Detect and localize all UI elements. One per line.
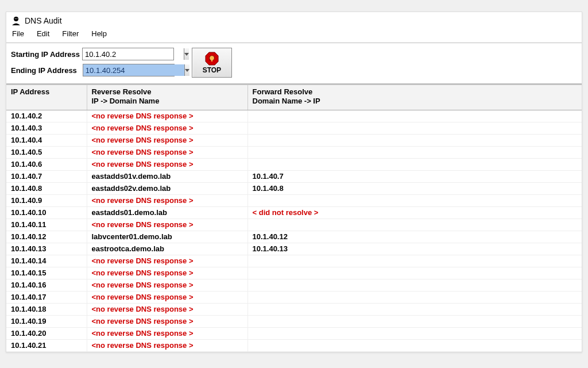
cell-ip: 10.1.40.14 [6,255,87,267]
ending-ip-combo[interactable] [83,64,175,76]
starting-ip-combo[interactable] [82,48,174,60]
cell-forward [247,218,582,231]
col-header-reverse-sub: IP -> Domain Name [92,97,160,105]
starting-ip-label: Starting IP Address [11,50,80,59]
menu-edit[interactable]: Edit [36,28,51,39]
svg-point-0 [14,17,18,21]
table-row[interactable]: 10.1.40.18<no reverse DNS response > [6,303,582,315]
cell-reverse: <no reverse DNS response > [87,291,247,303]
table-row[interactable]: 10.1.40.4<no reverse DNS response > [6,134,582,146]
toolbar: Starting IP Address Ending IP Address [6,43,582,85]
ending-ip-label: Ending IP Address [11,66,77,75]
table-row[interactable]: 10.1.40.2<no reverse DNS response > [6,110,582,122]
cell-reverse: <no reverse DNS response > [87,194,247,206]
table-row[interactable]: 10.1.40.11<no reverse DNS response > [6,218,582,231]
cell-forward [247,303,582,315]
cell-forward [247,339,582,351]
cell-forward [247,279,582,291]
cell-ip: 10.1.40.10 [6,206,87,218]
table-row[interactable]: 10.1.40.15<no reverse DNS response > [6,267,582,279]
cell-reverse: <no reverse DNS response > [87,303,247,315]
table-row[interactable]: 10.1.40.8eastadds02v.demo.lab10.1.40.8 [6,182,582,194]
cell-ip: 10.1.40.9 [6,194,87,206]
cell-reverse: <no reverse DNS response > [87,158,247,170]
cell-reverse: eastadds01.demo.lab [87,206,247,218]
cell-reverse: <no reverse DNS response > [87,327,247,339]
cell-forward: 10.1.40.12 [247,231,582,243]
table-row[interactable]: 10.1.40.20<no reverse DNS response > [6,327,582,339]
cell-reverse: <no reverse DNS response > [87,146,247,158]
cell-forward [247,110,582,122]
col-header-reverse[interactable]: Reverse Resolve IP -> Domain Name [87,85,247,110]
cell-reverse: <no reverse DNS response > [87,255,247,267]
cell-ip: 10.1.40.5 [6,146,87,158]
menubar: File Edit Filter Help [6,27,582,43]
cell-reverse: labvcenter01.demo.lab [87,231,247,243]
cell-reverse: <no reverse DNS response > [87,279,247,291]
cell-forward: 10.1.40.8 [247,182,582,194]
svg-point-1 [15,18,16,20]
cell-reverse: <no reverse DNS response > [87,267,247,279]
cell-forward [247,255,582,267]
cell-forward [247,134,582,146]
table-row[interactable]: 10.1.40.9<no reverse DNS response > [6,194,582,206]
table-row[interactable]: 10.1.40.19<no reverse DNS response > [6,315,582,327]
table-row[interactable]: 10.1.40.14<no reverse DNS response > [6,255,582,267]
cell-ip: 10.1.40.20 [6,327,87,339]
col-header-ip-label: IP Address [11,87,49,96]
cell-forward [247,315,582,327]
cell-ip: 10.1.40.8 [6,182,87,194]
stop-button-label: STOP [203,66,221,74]
table-row[interactable]: 10.1.40.6<no reverse DNS response > [6,158,582,170]
table-row[interactable]: 10.1.40.3<no reverse DNS response > [6,122,582,134]
table-row[interactable]: 10.1.40.10eastadds01.demo.lab< did not r… [6,206,582,218]
chevron-down-icon[interactable] [184,48,189,60]
cell-forward: 10.1.40.13 [247,243,582,255]
cell-ip: 10.1.40.16 [6,279,87,291]
cell-reverse: <no reverse DNS response > [87,134,247,146]
cell-ip: 10.1.40.17 [6,291,87,303]
menu-file[interactable]: File [11,28,25,39]
table-row[interactable]: 10.1.40.5<no reverse DNS response > [6,146,582,158]
cell-forward [247,194,582,206]
cell-ip: 10.1.40.15 [6,267,87,279]
table-row[interactable]: 10.1.40.7eastadds01v.demo.lab10.1.40.7 [6,170,582,182]
cell-ip: 10.1.40.7 [6,170,87,182]
ending-ip-input[interactable] [83,64,184,76]
cell-ip: 10.1.40.21 [6,339,87,351]
cell-forward [247,158,582,170]
cell-ip: 10.1.40.2 [6,110,87,122]
svg-point-4 [210,55,214,60]
table-row[interactable]: 10.1.40.21<no reverse DNS response > [6,339,582,351]
col-header-forward[interactable]: Forward Resolve Domain Name -> IP [247,85,582,110]
cell-reverse: eastadds01v.demo.lab [87,170,247,182]
menu-help[interactable]: Help [90,28,108,39]
cell-forward: 10.1.40.7 [247,170,582,182]
starting-ip-input[interactable] [83,48,184,60]
col-header-forward-title: Forward Resolve [253,87,313,96]
cell-ip: 10.1.40.19 [6,315,87,327]
cell-reverse: <no reverse DNS response > [87,315,247,327]
cell-forward [247,146,582,158]
stop-button[interactable]: STOP [192,48,232,78]
titlebar: DNS Audit [6,12,582,27]
col-header-reverse-title: Reverse Resolve [92,87,152,96]
cell-forward [247,122,582,134]
cell-ip: 10.1.40.6 [6,158,87,170]
stop-icon [205,52,219,66]
table-row[interactable]: 10.1.40.12labvcenter01.demo.lab10.1.40.1… [6,231,582,243]
col-header-forward-sub: Domain Name -> IP [253,97,320,105]
col-header-ip[interactable]: IP Address [6,85,87,110]
table-row[interactable]: 10.1.40.13eastrootca.demo.lab10.1.40.13 [6,243,582,255]
svg-rect-5 [211,60,212,62]
table-row[interactable]: 10.1.40.17<no reverse DNS response > [6,291,582,303]
cell-reverse: eastadds02v.demo.lab [87,182,247,194]
table-row[interactable]: 10.1.40.16<no reverse DNS response > [6,279,582,291]
app-title: DNS Audit [25,16,62,25]
menu-filter[interactable]: Filter [61,28,80,39]
cell-ip: 10.1.40.11 [6,218,87,231]
cell-ip: 10.1.40.13 [6,243,87,255]
svg-point-2 [17,18,18,20]
cell-reverse: <no reverse DNS response > [87,122,247,134]
chevron-down-icon[interactable] [184,64,189,76]
